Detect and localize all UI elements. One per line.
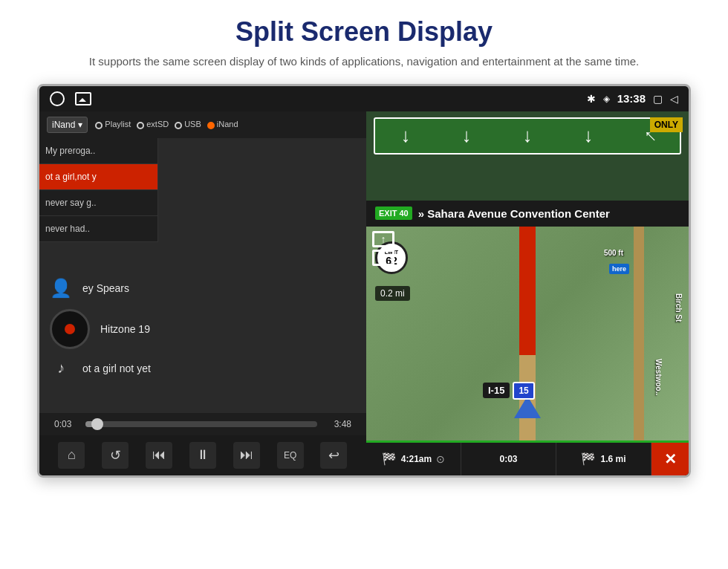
album-name: Hitzone 19 bbox=[100, 323, 150, 335]
inand-radio[interactable]: iNand bbox=[207, 120, 238, 129]
remaining-value: 1.6 mi bbox=[600, 454, 625, 464]
eta-stat: 🏁 4:21am ⊙ bbox=[366, 443, 461, 475]
list-item[interactable]: never say g.. bbox=[39, 190, 157, 216]
person-icon: 👤 bbox=[50, 278, 72, 299]
back-button[interactable]: ↩ bbox=[320, 442, 347, 469]
usb-radio-dot bbox=[175, 122, 182, 129]
progress-area: 0:03 3:48 bbox=[39, 413, 366, 435]
status-time: 13:38 bbox=[617, 92, 646, 105]
time-current: 0:03 bbox=[54, 419, 78, 429]
song-row: ♪ ot a girl not yet bbox=[50, 360, 356, 377]
turn-icon-area: ↑ ↗ bbox=[372, 231, 400, 267]
playlist-area: My preroga.. ot a girl,not y never say g… bbox=[39, 138, 366, 413]
chevron-down-icon: ▾ bbox=[78, 120, 82, 130]
source-bar: iNand ▾ Playlist extSD USB iNand bbox=[39, 111, 366, 138]
back-icon: ◁ bbox=[670, 93, 678, 105]
checkered-flag-icon: 🏁 bbox=[382, 452, 397, 466]
road-highlight bbox=[519, 227, 536, 355]
nav-bottom-bar: 🏁 4:21am ⊙ 0:03 🏁 1.6 mi ✕ bbox=[366, 443, 689, 475]
highway-signs: ↓ ↓ ↓ ↓ ↑ ONLY bbox=[366, 111, 689, 201]
birch-road-label: Birch St bbox=[675, 293, 683, 322]
next-button[interactable]: ⏭ bbox=[233, 442, 260, 469]
eta-value: 4:21am bbox=[401, 454, 432, 464]
only-sign: ONLY bbox=[650, 117, 683, 132]
clock-icon: ⊙ bbox=[436, 453, 445, 465]
track-info: 👤 ey Spears Hitzone 19 ♪ ot a girl not y… bbox=[39, 242, 366, 413]
distance-junction-label: 500 ft bbox=[604, 249, 623, 257]
eq-button[interactable]: EQ bbox=[277, 442, 304, 469]
i15-shield: 15 bbox=[513, 382, 534, 400]
prev-button[interactable]: ⏮ bbox=[146, 442, 172, 469]
westwood-road-label: Westwoo.. bbox=[654, 359, 663, 395]
elapsed-stat: 0:03 bbox=[461, 443, 556, 475]
playlist-radio[interactable]: Playlist bbox=[95, 120, 131, 129]
home-button[interactable]: ⌂ bbox=[58, 442, 85, 469]
nav-close-button[interactable]: ✕ bbox=[651, 443, 689, 475]
song-name: ot a girl not yet bbox=[82, 362, 151, 374]
status-left bbox=[50, 91, 91, 106]
source-label: iNand bbox=[52, 120, 75, 130]
device-frame: ✱ ◈ 13:38 ▢ ◁ iNand ▾ Playlist bbox=[37, 84, 691, 478]
artist-row: 👤 ey Spears bbox=[50, 278, 356, 299]
here-logo: here bbox=[609, 264, 629, 274]
highway-sign: ↓ ↓ ↓ ↓ ↑ bbox=[374, 117, 681, 155]
elapsed-value: 0:03 bbox=[499, 454, 517, 464]
source-options: Playlist extSD USB iNand bbox=[95, 120, 238, 129]
window-icon: ▢ bbox=[653, 93, 663, 105]
page-title: Split Screen Display bbox=[0, 0, 728, 53]
turn-straight-icon: ↑ bbox=[372, 231, 394, 247]
status-bar: ✱ ◈ 13:38 ▢ ◁ bbox=[39, 86, 689, 111]
turn-icons: ↑ ↗ bbox=[372, 231, 400, 267]
extsd-radio-dot bbox=[137, 122, 144, 129]
playlist-radio-dot bbox=[95, 122, 103, 129]
source-dropdown[interactable]: iNand ▾ bbox=[47, 117, 88, 133]
exit-banner: EXIT 40 » Sahara Avenue Convention Cente… bbox=[366, 201, 689, 227]
map-area: LIMIT 62 0.2 mi here 500 ft ↑ bbox=[366, 227, 689, 440]
pause-button[interactable]: ⏸ bbox=[189, 442, 216, 469]
progress-thumb[interactable] bbox=[91, 418, 103, 430]
image-icon bbox=[75, 92, 91, 105]
distance-remain: 0.2 mi bbox=[380, 288, 405, 299]
music-note-icon: ♪ bbox=[50, 360, 72, 377]
location-icon: ◈ bbox=[603, 94, 610, 104]
progress-track[interactable] bbox=[85, 421, 317, 427]
arrow-down-icon: ↓ bbox=[401, 124, 411, 147]
inand-radio-dot bbox=[207, 122, 215, 129]
album-disc-icon bbox=[50, 309, 90, 349]
repeat-button[interactable]: ↺ bbox=[102, 442, 129, 469]
nav-panel: ↓ ↓ ↓ ↓ ↑ ONLY EXIT 40 » Sahara Avenue C… bbox=[366, 111, 689, 475]
screen-content: iNand ▾ Playlist extSD USB iNand bbox=[39, 111, 689, 475]
list-item[interactable]: My preroga.. bbox=[39, 138, 157, 164]
controls-bar: ⌂ ↺ ⏮ ⏸ ⏭ EQ ↩ bbox=[39, 435, 366, 475]
exit-text: » Sahara Avenue Convention Center bbox=[418, 207, 610, 221]
arrow-down-icon: ↓ bbox=[462, 124, 472, 147]
list-item[interactable]: ot a girl,not y bbox=[39, 164, 157, 190]
arrow-down-icon: ↓ bbox=[584, 124, 594, 147]
checkered-flag2-icon: 🏁 bbox=[581, 452, 596, 466]
playlist-list: My preroga.. ot a girl,not y never say g… bbox=[39, 138, 158, 242]
i15-label: I-15 bbox=[483, 383, 510, 398]
exit-badge: EXIT 40 bbox=[375, 207, 412, 220]
status-circle-icon bbox=[50, 91, 65, 106]
music-panel: iNand ▾ Playlist extSD USB iNand bbox=[39, 111, 366, 475]
remaining-stat: 🏁 1.6 mi bbox=[556, 443, 651, 475]
distance-box: 0.2 mi bbox=[375, 286, 410, 301]
road-side bbox=[634, 227, 644, 440]
turn-right-icon: ↗ bbox=[372, 250, 394, 266]
bluetooth-icon: ✱ bbox=[587, 93, 596, 105]
arrow-down-icon: ↓ bbox=[523, 124, 533, 147]
status-right: ✱ ◈ 13:38 ▢ ◁ bbox=[587, 92, 678, 105]
highway-i15-sign: I-15 15 bbox=[483, 382, 535, 400]
artist-name: ey Spears bbox=[82, 282, 129, 294]
usb-radio[interactable]: USB bbox=[175, 120, 201, 129]
page-subtitle: It supports the same screen display of t… bbox=[0, 53, 728, 84]
list-item[interactable]: never had.. bbox=[39, 216, 157, 242]
time-total: 3:48 bbox=[325, 419, 351, 429]
extsd-radio[interactable]: extSD bbox=[137, 120, 169, 129]
album-row: Hitzone 19 bbox=[50, 309, 356, 349]
